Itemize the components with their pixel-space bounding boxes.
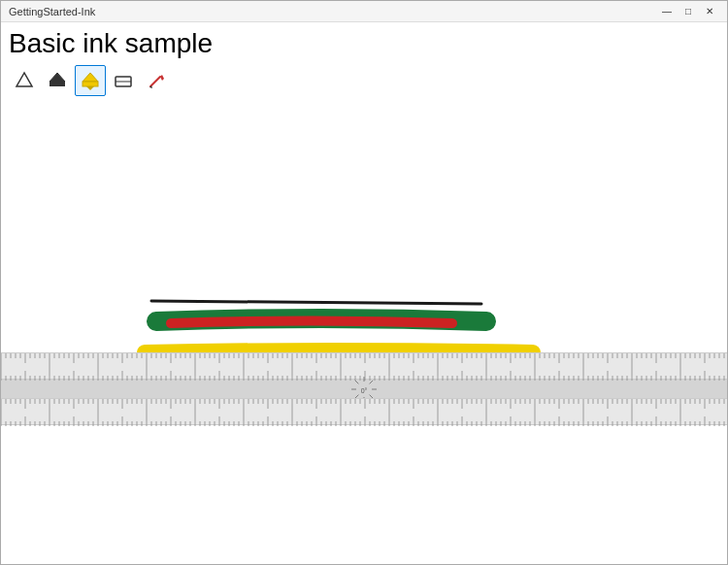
ruler-middle: 0° (1, 380, 727, 398)
main-window: GettingStarted-Ink — □ ✕ Basic ink sampl… (0, 0, 728, 565)
minimize-button[interactable]: — (657, 4, 677, 19)
window-title: GettingStarted-Ink (9, 6, 95, 17)
svg-line-315 (370, 380, 374, 383)
pen1-button[interactable] (9, 65, 40, 96)
title-bar: GettingStarted-Ink — □ ✕ (1, 1, 727, 22)
eraser-icon (114, 71, 133, 90)
pen3-button[interactable] (75, 65, 106, 96)
toolbar (1, 63, 727, 100)
svg-text:0°: 0° (361, 387, 368, 394)
svg-marker-1 (50, 73, 65, 82)
pen3-icon (81, 70, 100, 91)
eraser-button[interactable] (108, 65, 139, 96)
pencil-button[interactable] (141, 65, 172, 96)
svg-line-11 (151, 301, 481, 304)
maximize-button[interactable]: □ (678, 4, 698, 19)
canvas-area[interactable]: 0° (1, 100, 727, 564)
svg-line-8 (150, 77, 160, 86)
svg-marker-3 (83, 73, 98, 82)
svg-rect-4 (83, 82, 98, 86)
svg-marker-0 (17, 73, 32, 86)
pen2-button[interactable] (42, 65, 73, 96)
pencil-icon (147, 71, 166, 90)
close-button[interactable]: ✕ (700, 4, 719, 19)
pen2-icon (48, 70, 67, 91)
ruler-bottom (1, 398, 727, 425)
ruler[interactable]: 0° (1, 352, 727, 425)
svg-line-321 (355, 380, 359, 383)
ink-canvas (1, 100, 727, 564)
svg-marker-9 (160, 75, 164, 81)
window-controls: — □ ✕ (657, 4, 719, 19)
page-title: Basic ink sample (1, 22, 727, 63)
svg-marker-5 (86, 86, 94, 90)
pen1-icon (15, 70, 34, 91)
svg-rect-2 (50, 82, 65, 86)
